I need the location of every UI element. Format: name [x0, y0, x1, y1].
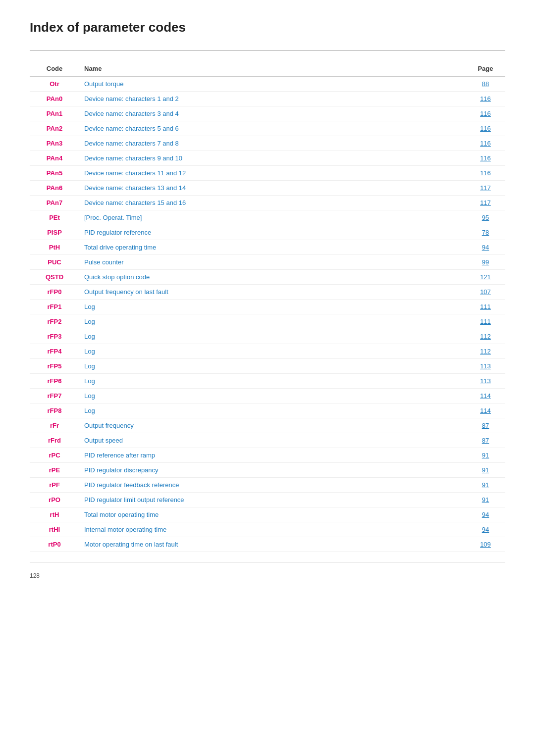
cell-name: Output speed	[79, 433, 466, 448]
cell-page[interactable]: 112	[466, 344, 505, 359]
cell-name: Log	[79, 314, 466, 329]
cell-page[interactable]: 91	[466, 493, 505, 507]
table-row: PAn2Device name: characters 5 and 6116	[30, 121, 505, 136]
table-row: rFP5Log113	[30, 359, 505, 374]
cell-code: PtH	[30, 240, 79, 255]
cell-name: Output torque	[79, 77, 466, 92]
table-row: rtHIInternal motor operating time94	[30, 522, 505, 537]
header-page: Page	[466, 61, 505, 77]
table-row: rFP3Log112	[30, 329, 505, 344]
cell-page[interactable]: 91	[466, 448, 505, 463]
cell-page[interactable]: 109	[466, 537, 505, 552]
cell-page[interactable]: 116	[466, 136, 505, 151]
cell-page[interactable]: 87	[466, 418, 505, 433]
cell-code: PAn2	[30, 121, 79, 136]
table-row: PISPPID regulator reference78	[30, 225, 505, 240]
cell-page[interactable]: 117	[466, 181, 505, 196]
cell-page[interactable]: 116	[466, 121, 505, 136]
cell-code: PAn1	[30, 106, 79, 121]
cell-page[interactable]: 116	[466, 151, 505, 166]
cell-code: rFP1	[30, 300, 79, 314]
cell-page[interactable]: 117	[466, 196, 505, 210]
cell-name: Motor operating time on last fault	[79, 537, 466, 552]
cell-name: Log	[79, 329, 466, 344]
table-row: rFrdOutput speed87	[30, 433, 505, 448]
cell-code: PAn3	[30, 136, 79, 151]
table-row: rFrOutput frequency87	[30, 418, 505, 433]
cell-page[interactable]: 95	[466, 210, 505, 225]
cell-page[interactable]: 114	[466, 389, 505, 403]
cell-page[interactable]: 111	[466, 300, 505, 314]
table-row: PUCPulse counter99	[30, 255, 505, 270]
cell-page[interactable]: 87	[466, 433, 505, 448]
cell-page[interactable]: 94	[466, 522, 505, 537]
cell-page[interactable]: 113	[466, 359, 505, 374]
cell-code: rFP8	[30, 403, 79, 418]
cell-page[interactable]: 113	[466, 374, 505, 389]
cell-page[interactable]: 116	[466, 166, 505, 181]
table-row: rFP4Log112	[30, 344, 505, 359]
cell-code: PAn4	[30, 151, 79, 166]
parameter-table: Code Name Page OtrOutput torque88PAn0Dev…	[30, 61, 505, 552]
cell-name: Log	[79, 374, 466, 389]
table-row: PAn6Device name: characters 13 and 14117	[30, 181, 505, 196]
cell-code: rPO	[30, 493, 79, 507]
table-row: rtP0Motor operating time on last fault10…	[30, 537, 505, 552]
cell-name: Device name: characters 1 and 2	[79, 92, 466, 106]
cell-page[interactable]: 114	[466, 403, 505, 418]
table-row: PAn1Device name: characters 3 and 4116	[30, 106, 505, 121]
cell-code: rPF	[30, 478, 79, 493]
cell-page[interactable]: 107	[466, 285, 505, 300]
cell-name: Device name: characters 9 and 10	[79, 151, 466, 166]
cell-code: rPE	[30, 463, 79, 478]
cell-name: Log	[79, 344, 466, 359]
cell-page[interactable]: 88	[466, 77, 505, 92]
cell-name: Log	[79, 300, 466, 314]
table-row: OtrOutput torque88	[30, 77, 505, 92]
cell-code: Otr	[30, 77, 79, 92]
table-row: rFP7Log114	[30, 389, 505, 403]
cell-code: rFrd	[30, 433, 79, 448]
table-row: rFP6Log113	[30, 374, 505, 389]
cell-name: Log	[79, 389, 466, 403]
table-body: OtrOutput torque88PAn0Device name: chara…	[30, 77, 505, 552]
table-row: rPCPID reference after ramp91	[30, 448, 505, 463]
cell-name: Device name: characters 7 and 8	[79, 136, 466, 151]
cell-page[interactable]: 111	[466, 314, 505, 329]
table-row: PAn5Device name: characters 11 and 12116	[30, 166, 505, 181]
table-row: rFP2Log111	[30, 314, 505, 329]
cell-code: rFP4	[30, 344, 79, 359]
cell-code: PAn5	[30, 166, 79, 181]
table-row: rFP8Log114	[30, 403, 505, 418]
bottom-divider	[30, 562, 505, 562]
cell-page[interactable]: 116	[466, 92, 505, 106]
cell-name: Log	[79, 359, 466, 374]
cell-page[interactable]: 116	[466, 106, 505, 121]
cell-code: rtHI	[30, 522, 79, 537]
table-row: PtHTotal drive operating time94	[30, 240, 505, 255]
cell-code: PEt	[30, 210, 79, 225]
cell-page[interactable]: 94	[466, 507, 505, 522]
cell-code: rtP0	[30, 537, 79, 552]
cell-name: PID regulator discrepancy	[79, 463, 466, 478]
cell-page[interactable]: 99	[466, 255, 505, 270]
cell-page[interactable]: 121	[466, 270, 505, 285]
cell-page[interactable]: 112	[466, 329, 505, 344]
table-row: PAn7Device name: characters 15 and 16117	[30, 196, 505, 210]
cell-code: rFP7	[30, 389, 79, 403]
cell-page[interactable]: 91	[466, 478, 505, 493]
cell-page[interactable]: 78	[466, 225, 505, 240]
cell-name: Output frequency	[79, 418, 466, 433]
cell-page[interactable]: 91	[466, 463, 505, 478]
cell-code: PAn0	[30, 92, 79, 106]
table-row: rPOPID regulator limit output reference9…	[30, 493, 505, 507]
table-row: PAn0Device name: characters 1 and 2116	[30, 92, 505, 106]
table-row: rPFPID regulator feedback reference91	[30, 478, 505, 493]
cell-code: QSTD	[30, 270, 79, 285]
table-row: rFP1Log111	[30, 300, 505, 314]
table-row: PEt[Proc. Operat. Time]95	[30, 210, 505, 225]
cell-code: rFP5	[30, 359, 79, 374]
cell-code: rFP6	[30, 374, 79, 389]
cell-name: PID reference after ramp	[79, 448, 466, 463]
cell-page[interactable]: 94	[466, 240, 505, 255]
